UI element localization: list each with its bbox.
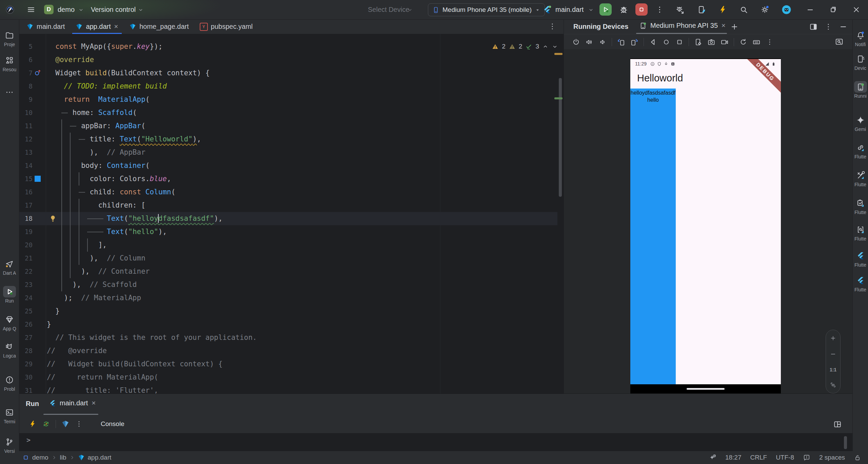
run-button[interactable] (599, 3, 612, 16)
tab-options-button[interactable] (548, 22, 557, 31)
vcs-widget[interactable]: Version control (91, 6, 136, 14)
code-line-20[interactable]: 20 ], (19, 238, 557, 252)
tool-window-flutte[interactable]: Flutte (853, 250, 868, 268)
editor-scrollbar[interactable] (559, 78, 562, 197)
console-scrollbar[interactable] (844, 436, 847, 449)
device-rotate-left-button[interactable] (617, 38, 625, 46)
device-kebab-button[interactable] (766, 38, 774, 46)
code-line-21[interactable]: 21 ), // Column (19, 252, 557, 265)
indent-setting[interactable]: 2 spaces (819, 454, 845, 461)
editor-tab-home_page.dart[interactable]: home_page.dart (124, 19, 194, 34)
tool-window-dart-a[interactable]: Dart A (0, 258, 19, 276)
code-line-24[interactable]: 24 ); // MaterialApp (19, 291, 557, 305)
settings-button[interactable] (760, 5, 769, 14)
code-line-7[interactable]: 7 Widget build(BuildContext context) { (19, 66, 557, 80)
tool-window-run[interactable]: Run (0, 286, 19, 304)
debug-button[interactable] (619, 5, 628, 14)
main-menu-button[interactable] (26, 5, 36, 14)
close-tab-button[interactable]: ✕ (114, 24, 118, 30)
close-window-button[interactable] (852, 5, 861, 14)
search-everywhere-button[interactable] (739, 5, 748, 14)
emulator-screen[interactable]: 11:29 3G Helloworld helloydfasdsafasdf h… (630, 58, 781, 385)
split-console-button[interactable] (833, 420, 842, 429)
stop-button[interactable] (635, 3, 648, 16)
code-editor[interactable]: 5 const MyApp({super.key});6 @override7 … (19, 34, 564, 393)
run-config-selector[interactable]: main.dart (555, 6, 584, 14)
code-line-28[interactable]: 28// @override (19, 344, 557, 357)
console-tab[interactable]: Console (101, 420, 124, 428)
notifications-status-icon[interactable] (803, 454, 810, 461)
device-tab[interactable]: Medium Phone API 35 ✕ (639, 22, 726, 30)
next-problem-button[interactable] (552, 43, 558, 50)
restore-window-button[interactable] (829, 5, 838, 14)
line-ending[interactable]: CRLF (750, 454, 767, 461)
tool-window-versi[interactable]: Versi (0, 436, 19, 454)
add-device-button[interactable] (730, 22, 739, 31)
hide-panel-button[interactable] (839, 22, 848, 31)
attach-debugger-button[interactable] (675, 5, 685, 14)
hot-restart-button[interactable] (42, 420, 50, 428)
tool-window-logca[interactable]: Logca (0, 341, 19, 359)
code-line-25[interactable]: 25 } (19, 305, 557, 318)
code-line-27[interactable]: 27 // This widget is the root of your ap… (19, 331, 557, 344)
code-line-14[interactable]: 14 body: Container( (19, 159, 557, 172)
tool-window-notifi[interactable]: Notifi (853, 30, 868, 47)
ok-stripe-mark[interactable] (554, 97, 563, 99)
tool-window-app-q[interactable]: App Q (0, 314, 19, 331)
tool-window-more[interactable] (0, 86, 19, 98)
panel-layout-button[interactable] (809, 22, 818, 31)
device-camera-button[interactable] (707, 38, 715, 46)
screen-search-button[interactable] (835, 37, 844, 46)
code-line-12[interactable]: 12 title: Text("Helloworld"), (19, 133, 557, 146)
hot-reload-button[interactable] (28, 420, 37, 428)
tool-window-termi[interactable]: Termi (0, 407, 19, 424)
gesture-pill[interactable] (687, 388, 725, 390)
tool-window-devic[interactable]: Devic (853, 53, 868, 71)
device-back-button[interactable] (649, 38, 657, 46)
project-switcher[interactable]: demo (58, 6, 75, 14)
overrides-method-gutter-icon[interactable] (34, 69, 41, 77)
tool-window-proje[interactable]: Proje (0, 30, 19, 47)
run-tab[interactable]: main.dart ✕ (49, 399, 96, 407)
tool-window-probl[interactable]: Probl (0, 374, 19, 392)
tool-window-flutte[interactable]: Flutte (853, 142, 868, 159)
close-run-tab-button[interactable]: ✕ (91, 401, 96, 406)
toolbar-more-button[interactable] (655, 5, 664, 14)
tool-window-resou[interactable]: Resou (0, 55, 19, 72)
editor-tab-pubspec.yaml[interactable]: Ypubspec.yaml (194, 19, 258, 34)
code-line-29[interactable]: 29// Widget build(BuildContext context) … (19, 357, 557, 371)
zoom-reset-button[interactable]: 1:1 (830, 367, 836, 372)
tool-window-gemi[interactable]: Gemi (853, 114, 868, 132)
code-line-8[interactable]: 8 // TODO: implement build (19, 80, 557, 93)
code-line-17[interactable]: 17 children: [ (19, 199, 557, 212)
color-preview-gutter-icon[interactable] (35, 176, 41, 182)
editor-tab-main.dart[interactable]: main.dart (21, 19, 70, 34)
prev-problem-button[interactable] (542, 43, 549, 50)
breadcrumb[interactable]: demo lib app.dart (0, 454, 111, 461)
code-line-15[interactable]: 15 color: Colors.blue, (19, 172, 557, 186)
code-line-11[interactable]: 11 appBar: AppBar( (19, 119, 557, 133)
run-options-button[interactable] (75, 420, 83, 428)
code-line-9[interactable]: 9 return MaterialApp( (19, 93, 557, 106)
hot-reload-button[interactable] (718, 5, 727, 14)
device-volume-up-button[interactable] (585, 38, 593, 46)
device-phone-settings-button[interactable] (694, 38, 702, 46)
device-home-button[interactable] (662, 38, 670, 46)
device-selector[interactable]: Medium Phone API 35 (mobile) (428, 3, 545, 16)
zoom-in-button[interactable] (830, 335, 836, 342)
code-line-6[interactable]: 6 @override (19, 53, 557, 66)
caret-position[interactable]: 18:27 (725, 454, 742, 461)
code-line-5[interactable]: 5 const MyApp({super.key}); (19, 40, 557, 53)
device-restart-button[interactable] (739, 38, 747, 46)
device-keyboard-button[interactable] (752, 38, 761, 46)
device-video-button[interactable] (721, 38, 729, 46)
tool-window-flutte[interactable]: Flutte (853, 197, 868, 215)
tool-window-flutte[interactable]: Flutte (853, 170, 868, 187)
code-line-18[interactable]: 18 Text("helloydfasdsafasdf"), (19, 212, 557, 225)
tool-window-flutte[interactable]: Flutte (853, 275, 868, 292)
editor-tab-app.dart[interactable]: app.dart✕ (70, 19, 124, 34)
code-line-19[interactable]: 19 Text("hello"), (19, 225, 557, 238)
close-device-tab-button[interactable]: ✕ (721, 23, 726, 28)
device-recents-button[interactable] (675, 38, 684, 46)
write-access-icon[interactable] (854, 454, 861, 461)
